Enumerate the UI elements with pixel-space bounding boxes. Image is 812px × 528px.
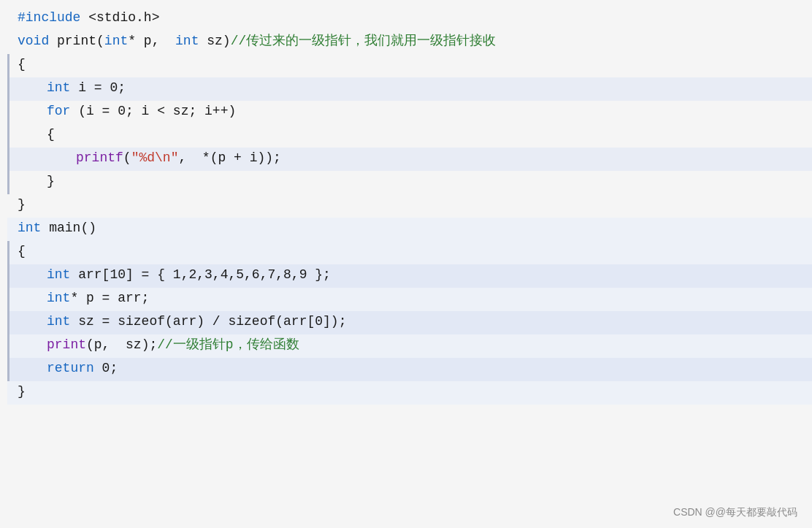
- code-line: int* p = arr;: [7, 288, 812, 311]
- code-line: #include <stdio.h>: [7, 7, 812, 31]
- token: * p,: [128, 31, 175, 53]
- token: arr[10] = { 1,2,3,4,5,6,7,8,9 };: [70, 264, 330, 286]
- token: <stdio.h>: [88, 7, 159, 29]
- token: print(: [49, 31, 104, 53]
- token: int: [47, 288, 70, 310]
- token: , *(p + i));: [178, 148, 280, 169]
- token: #include: [18, 7, 88, 29]
- token: (: [123, 148, 131, 169]
- code-line: return 0;: [7, 358, 812, 381]
- token: }: [47, 171, 55, 193]
- token: int: [47, 77, 70, 99]
- token: {: [18, 54, 26, 76]
- token: int: [18, 218, 41, 240]
- code-line: {: [7, 54, 812, 77]
- token: <: [157, 101, 165, 123]
- token: return: [47, 358, 94, 380]
- token: //一级指针p，传给函数: [157, 334, 299, 356]
- code-container: #include <stdio.h>void print(int* p, int…: [0, 0, 812, 528]
- code-line: {: [7, 241, 812, 264]
- code-line: print(p, sz);//一级指针p，传给函数: [7, 334, 812, 358]
- token: int: [47, 311, 70, 333]
- token: main(): [41, 218, 96, 240]
- token: //传过来的一级指针，我们就用一级指针接收: [231, 31, 497, 53]
- token: (i = 0; i: [70, 101, 157, 123]
- token: for: [47, 101, 70, 123]
- token: int: [47, 264, 70, 286]
- code-line: }: [7, 381, 812, 405]
- token: void: [18, 31, 49, 53]
- token: sz = sizeof(arr) / sizeof(arr[0]);: [70, 311, 346, 333]
- code-line: int arr[10] = { 1,2,3,4,5,6,7,8,9 };: [7, 264, 812, 288]
- token: * p = arr;: [70, 288, 149, 310]
- code-line: for (i = 0; i < sz; i++): [7, 101, 812, 124]
- code-line: int i = 0;: [7, 77, 812, 101]
- token: printf: [76, 148, 123, 169]
- token: 0;: [94, 358, 118, 380]
- token: int: [104, 31, 128, 53]
- code-line: }: [7, 194, 812, 218]
- token: sz; i++): [165, 101, 236, 123]
- token: sz): [199, 31, 230, 53]
- token: {: [47, 124, 55, 146]
- code-line: }: [7, 171, 812, 194]
- token: {: [18, 241, 26, 263]
- code-line: int sz = sizeof(arr) / sizeof(arr[0]);: [7, 311, 812, 334]
- token: "%d\n": [131, 148, 179, 169]
- token: }: [18, 194, 26, 216]
- watermark: CSDN @@每天都要敲代码: [673, 506, 797, 519]
- code-line: {: [7, 124, 812, 148]
- code-line: void print(int* p, int sz)//传过来的一级指针，我们就…: [7, 31, 812, 54]
- token: int: [175, 31, 199, 53]
- code-line: int main(): [7, 218, 812, 241]
- code-line: printf("%d\n", *(p + i));: [7, 148, 812, 171]
- token: }: [18, 381, 26, 403]
- token: (p, sz);: [86, 334, 157, 356]
- token: i = 0;: [70, 77, 126, 99]
- token: print: [47, 334, 86, 356]
